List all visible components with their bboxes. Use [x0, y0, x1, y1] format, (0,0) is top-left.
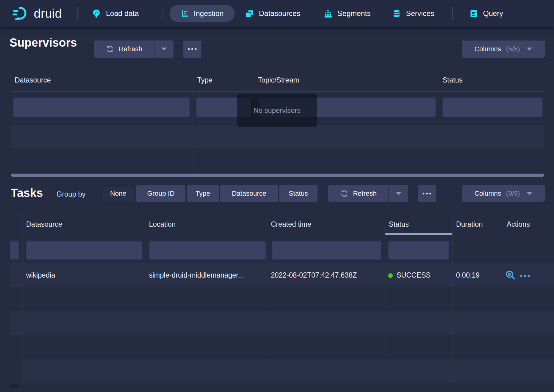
- nav-item-label: Ingestion: [194, 9, 224, 18]
- group-by-datasource-button[interactable]: Datasource: [220, 185, 278, 202]
- columns-label: Columns: [474, 190, 501, 198]
- magnifier-details-icon: [505, 270, 516, 280]
- columns-label: Columns: [474, 45, 501, 53]
- column-header-topic-stream[interactable]: Topic/Stream: [258, 76, 299, 84]
- cell-location: simple-druid-middlemanager...: [149, 271, 244, 279]
- column-header-created-time[interactable]: Created time: [271, 220, 311, 229]
- nav-item-label: Query: [483, 9, 503, 18]
- columns-count: (9/9): [506, 190, 520, 198]
- column-header-status[interactable]: Status: [389, 220, 409, 229]
- column-header-duration[interactable]: Duration: [456, 220, 483, 229]
- no-supervisors-overlay: No supervisors: [237, 94, 317, 127]
- column-header-actions[interactable]: Actions: [507, 220, 530, 229]
- task-detail-button[interactable]: [505, 270, 516, 282]
- tasks-title: Tasks: [11, 186, 43, 200]
- nav-item-label: Load data: [106, 9, 139, 18]
- group-by-status-button[interactable]: Status: [279, 185, 318, 202]
- column-divider: [267, 212, 267, 383]
- nav-item-load-data[interactable]: Load data: [92, 0, 139, 27]
- group-by-group-id-button[interactable]: Group ID: [136, 185, 185, 202]
- nav-item-segments[interactable]: Segments: [324, 0, 371, 27]
- chevron-down-icon: [527, 48, 532, 51]
- supervisors-refresh-split-button: Refresh: [94, 40, 174, 58]
- tasks-more-button[interactable]: [418, 185, 436, 202]
- refresh-label: Refresh: [119, 45, 142, 53]
- column-divider: [439, 70, 439, 172]
- empty-row: [10, 359, 554, 383]
- column-divider: [22, 212, 23, 383]
- group-by-type-button[interactable]: Type: [187, 185, 219, 202]
- header-border: [11, 91, 544, 92]
- nav-item-label: Datasources: [259, 9, 300, 18]
- druid-logo[interactable]: druid: [10, 0, 62, 27]
- filter-input-hidden-column[interactable]: [10, 240, 19, 259]
- nav-divider: [162, 7, 162, 20]
- nav-item-services[interactable]: Services: [392, 0, 434, 27]
- tasks-refresh-split-button: Refresh: [328, 185, 408, 202]
- column-divider: [452, 212, 453, 383]
- nav-item-label: Services: [406, 9, 434, 18]
- cell-datasource: wikipedia: [26, 271, 55, 279]
- task-actions-menu-button[interactable]: [520, 275, 530, 277]
- top-nav-bar: druid Load data Ingestion: [0, 0, 554, 27]
- segments-icon: [324, 9, 333, 18]
- success-status-dot: [388, 273, 393, 278]
- query-document-icon: [469, 9, 478, 18]
- column-divider: [385, 212, 385, 383]
- chevron-down-icon: [527, 192, 532, 195]
- nav-item-query[interactable]: Query: [469, 0, 503, 27]
- filter-input-location[interactable]: [149, 240, 266, 259]
- chevron-down-icon: [161, 48, 167, 51]
- filter-input-datasource[interactable]: [26, 240, 142, 259]
- header-border: [10, 235, 554, 235]
- status-text: SUCCESS: [396, 271, 431, 279]
- column-header-status[interactable]: Status: [443, 76, 462, 84]
- column-divider: [503, 212, 503, 383]
- tasks-horizontal-scrollbar[interactable]: [10, 384, 18, 388]
- column-header-location[interactable]: Location: [149, 220, 176, 229]
- datasources-icon: [245, 9, 254, 18]
- filter-input-status[interactable]: [443, 97, 543, 117]
- services-database-icon: [392, 9, 401, 18]
- refresh-icon: [340, 189, 349, 198]
- filter-input-datasource[interactable]: [13, 97, 190, 117]
- cell-duration: 0:00:19: [456, 271, 480, 279]
- nav-divider: [452, 7, 453, 20]
- column-header-type[interactable]: Type: [197, 76, 213, 84]
- more-dots-icon: [423, 193, 431, 194]
- nav-item-datasources[interactable]: Datasources: [245, 0, 300, 27]
- nav-divider: [77, 7, 78, 20]
- filter-input-status[interactable]: [388, 240, 449, 259]
- supervisors-horizontal-scrollbar[interactable]: [11, 174, 544, 177]
- refresh-dropdown-button[interactable]: [154, 40, 174, 58]
- cell-status: SUCCESS: [388, 271, 431, 279]
- druid-logo-icon: [10, 6, 30, 21]
- chevron-down-icon: [396, 192, 401, 195]
- column-divider: [145, 212, 145, 383]
- column-header-datasource[interactable]: Datasource: [26, 220, 62, 229]
- group-by-button-group: None Group ID Type Datasource Status: [101, 185, 318, 202]
- column-header-datasource[interactable]: Datasource: [15, 76, 51, 84]
- nav-item-ingestion[interactable]: Ingestion: [170, 5, 235, 22]
- column-divider: [193, 70, 194, 172]
- supervisors-columns-button[interactable]: Columns (5/5): [462, 40, 545, 58]
- cell-created-time: 2022-08-02T07:42:47.638Z: [271, 271, 357, 279]
- brand-name: druid: [34, 7, 62, 21]
- refresh-button[interactable]: Refresh: [94, 40, 154, 58]
- empty-row: [10, 311, 554, 335]
- columns-count: (5/5): [506, 45, 520, 53]
- more-dots-icon: [188, 48, 197, 50]
- nav-item-label: Segments: [337, 9, 371, 18]
- ingestion-chart-icon: [181, 9, 189, 18]
- refresh-button[interactable]: Refresh: [328, 185, 389, 202]
- empty-row: [11, 125, 544, 148]
- supervisors-more-button[interactable]: [183, 40, 201, 58]
- row-edge-cell: [10, 359, 22, 383]
- tasks-columns-button[interactable]: Columns (9/9): [462, 185, 545, 202]
- group-by-none-button[interactable]: None: [101, 185, 135, 202]
- supervisors-title: Supervisors: [10, 36, 77, 49]
- upload-icon: [92, 9, 101, 18]
- refresh-dropdown-button[interactable]: [389, 185, 408, 202]
- refresh-icon: [106, 45, 114, 53]
- filter-input-created-time[interactable]: [272, 240, 381, 259]
